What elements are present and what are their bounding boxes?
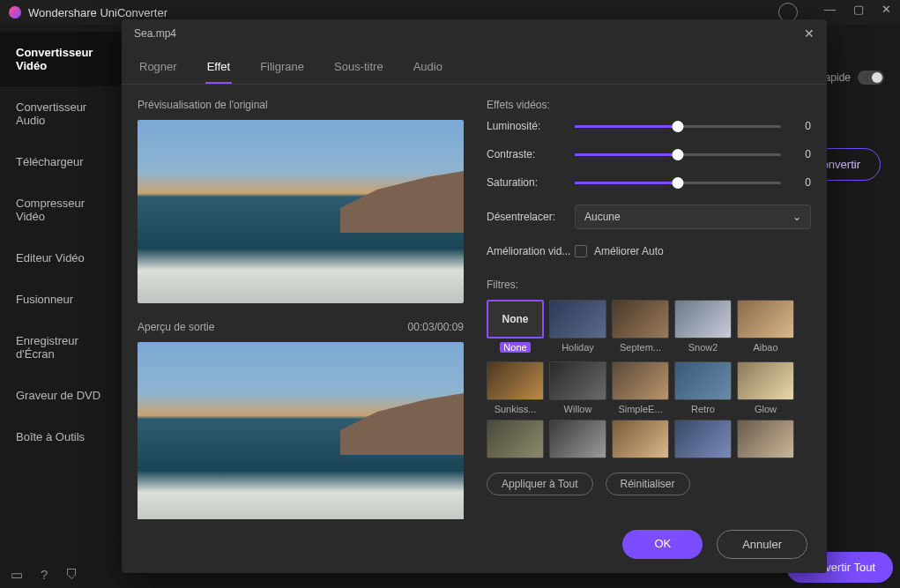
filter-extra-3[interactable] bbox=[612, 420, 669, 462]
brightness-value: 0 bbox=[793, 120, 811, 132]
filter-willow[interactable]: Willow bbox=[549, 361, 606, 414]
filter-september[interactable]: Septem... bbox=[612, 300, 669, 356]
reset-button[interactable]: Réinitialiser bbox=[606, 473, 690, 495]
sidebar-item-downloader[interactable]: Téléchargeur bbox=[0, 141, 132, 182]
original-preview-label: Prévisualisation de l'original bbox=[138, 99, 464, 111]
tab-effect[interactable]: Effet bbox=[205, 53, 233, 84]
timecode: 00:03/00:09 bbox=[408, 321, 464, 333]
fast-mode-toggle[interactable] bbox=[858, 71, 884, 85]
filter-aibao[interactable]: Aibao bbox=[737, 300, 794, 356]
filter-simplee[interactable]: SimpleE... bbox=[612, 361, 669, 414]
window-maximize-icon[interactable]: ▢ bbox=[853, 3, 864, 22]
filter-snow2[interactable]: Snow2 bbox=[674, 300, 732, 356]
effects-section-label: Effets vidéos: bbox=[487, 99, 811, 111]
contrast-value: 0 bbox=[793, 148, 811, 160]
output-preview bbox=[138, 342, 464, 519]
tab-subtitle[interactable]: Sous-titre bbox=[332, 53, 385, 84]
ok-button[interactable]: OK bbox=[622, 530, 703, 559]
sidebar: Convertisseur Vidéo Convertisseur Audio … bbox=[0, 25, 132, 588]
sidebar-item-audio-converter[interactable]: Convertisseur Audio bbox=[0, 86, 132, 141]
modal-tabs: Rogner Effet Filigrane Sous-titre Audio bbox=[122, 48, 827, 85]
filter-scroll[interactable]: NoneNone Holiday Septem... Snow2 Aibao S… bbox=[487, 300, 811, 462]
filter-extra-2[interactable] bbox=[549, 420, 606, 462]
filter-none[interactable]: NoneNone bbox=[487, 300, 544, 356]
filter-sunkissed[interactable]: Sunkiss... bbox=[487, 361, 544, 414]
modal-filename: Sea.mp4 bbox=[134, 27, 176, 40]
original-preview bbox=[138, 120, 464, 303]
app-title: Wondershare UniConverter bbox=[28, 6, 167, 19]
sidebar-item-video-editor[interactable]: Editeur Vidéo bbox=[0, 237, 132, 279]
help-icon[interactable]: ? bbox=[41, 567, 48, 583]
book-icon[interactable]: ▭ bbox=[11, 567, 23, 583]
deinterlace-label: Désentrelacer: bbox=[487, 211, 575, 223]
filter-holiday[interactable]: Holiday bbox=[549, 300, 606, 356]
sidebar-item-screen-recorder[interactable]: Enregistreur d'Écran bbox=[0, 320, 132, 375]
saturation-slider[interactable] bbox=[575, 182, 781, 184]
sidebar-item-merger[interactable]: Fusionneur bbox=[0, 279, 132, 320]
filter-extra-5[interactable] bbox=[737, 420, 794, 462]
sidebar-item-toolbox[interactable]: Boîte à Outils bbox=[0, 416, 132, 458]
tab-watermark[interactable]: Filigrane bbox=[258, 53, 306, 84]
filter-extra-1[interactable] bbox=[487, 420, 544, 462]
filter-retro[interactable]: Retro bbox=[674, 361, 732, 414]
output-preview-label: Aperçu de sortie bbox=[138, 321, 214, 333]
enhance-checkbox-label: Améliorer Auto bbox=[594, 245, 664, 257]
filter-extra-4[interactable] bbox=[674, 420, 732, 462]
deinterlace-select[interactable]: Aucune ⌄ bbox=[575, 205, 811, 229]
saturation-label: Saturation: bbox=[487, 176, 575, 189]
effects-modal: Sea.mp4 ✕ Rogner Effet Filigrane Sous-ti… bbox=[122, 19, 827, 573]
filter-glow[interactable]: Glow bbox=[737, 361, 794, 414]
apply-all-button[interactable]: Appliquer à Tout bbox=[487, 473, 593, 495]
tab-crop[interactable]: Rogner bbox=[138, 53, 179, 84]
sidebar-item-dvd-burner[interactable]: Graveur de DVD bbox=[0, 375, 132, 416]
contrast-slider[interactable] bbox=[575, 153, 781, 156]
brightness-slider[interactable] bbox=[575, 125, 781, 128]
user-icon[interactable]: ⛉ bbox=[65, 567, 78, 583]
brightness-label: Luminosité: bbox=[487, 120, 575, 132]
chevron-down-icon: ⌄ bbox=[792, 211, 801, 223]
sidebar-item-compressor[interactable]: Compresseur Vidéo bbox=[0, 182, 132, 237]
enhance-checkbox[interactable] bbox=[575, 245, 587, 257]
tab-audio[interactable]: Audio bbox=[412, 53, 444, 84]
contrast-label: Contraste: bbox=[487, 148, 575, 160]
window-close-icon[interactable]: ✕ bbox=[881, 3, 891, 22]
modal-close-icon[interactable]: ✕ bbox=[804, 26, 814, 41]
enhance-label: Amélioration vid... bbox=[487, 245, 575, 257]
filters-section-label: Filtres: bbox=[487, 279, 811, 291]
cancel-button[interactable]: Annuler bbox=[717, 530, 807, 559]
sidebar-item-video-converter[interactable]: Convertisseur Vidéo bbox=[0, 32, 132, 86]
saturation-value: 0 bbox=[793, 176, 811, 189]
app-logo-icon bbox=[9, 6, 21, 19]
